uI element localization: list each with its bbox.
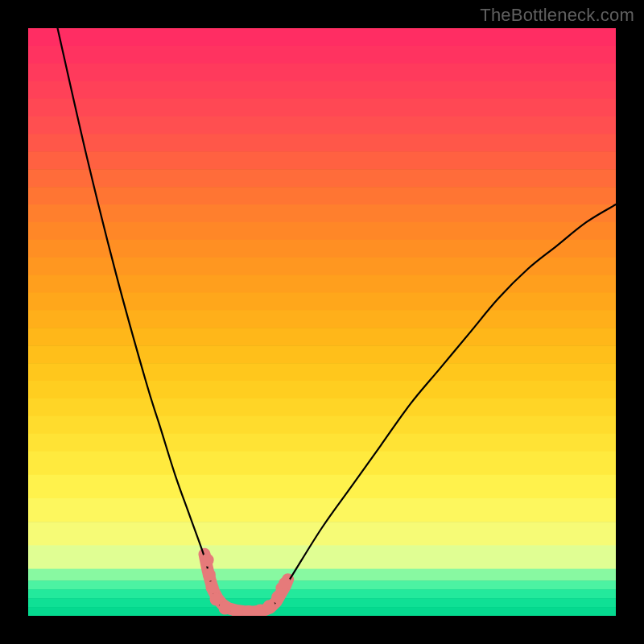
chart-svg — [28, 28, 616, 616]
gradient-band — [28, 589, 616, 599]
gradient-band — [28, 545, 616, 569]
data-marker — [279, 577, 291, 590]
gradient-band — [28, 522, 616, 546]
chart-canvas: TheBottleneck.com — [0, 0, 644, 644]
gradient-band — [28, 569, 616, 581]
gradient-band — [28, 134, 616, 152]
gradient-band — [28, 81, 616, 100]
gradient-band — [28, 310, 616, 328]
gradient-band — [28, 240, 616, 258]
gradient-band — [28, 46, 616, 64]
gradient-band — [28, 99, 616, 118]
gradient-band — [28, 498, 616, 522]
data-marker — [262, 600, 275, 613]
gradient-band — [28, 475, 616, 499]
gradient-band — [28, 222, 616, 241]
gradient-band — [28, 398, 616, 417]
gradient-band — [28, 434, 616, 452]
chart-plot-area — [28, 28, 616, 616]
gradient-band — [28, 607, 616, 616]
data-marker — [205, 581, 218, 594]
gradient-band — [28, 28, 616, 47]
gradient-band — [28, 416, 616, 435]
gradient-band — [28, 293, 616, 312]
gradient-band — [28, 598, 616, 608]
data-marker — [203, 568, 216, 581]
gradient-band — [28, 363, 616, 382]
gradient-band — [28, 64, 616, 82]
gradient-band — [28, 452, 616, 476]
gradient-band — [28, 328, 616, 346]
watermark-label: TheBottleneck.com — [480, 5, 634, 26]
gradient-band — [28, 204, 616, 223]
gradient-band — [28, 169, 616, 188]
gradient-band — [28, 187, 616, 205]
gradient-band — [28, 580, 616, 590]
gradient-band — [28, 381, 616, 399]
gradient-band — [28, 117, 616, 135]
data-marker — [219, 602, 232, 615]
gradient-band — [28, 151, 616, 170]
gradient-band — [28, 345, 616, 364]
data-marker — [201, 554, 214, 567]
